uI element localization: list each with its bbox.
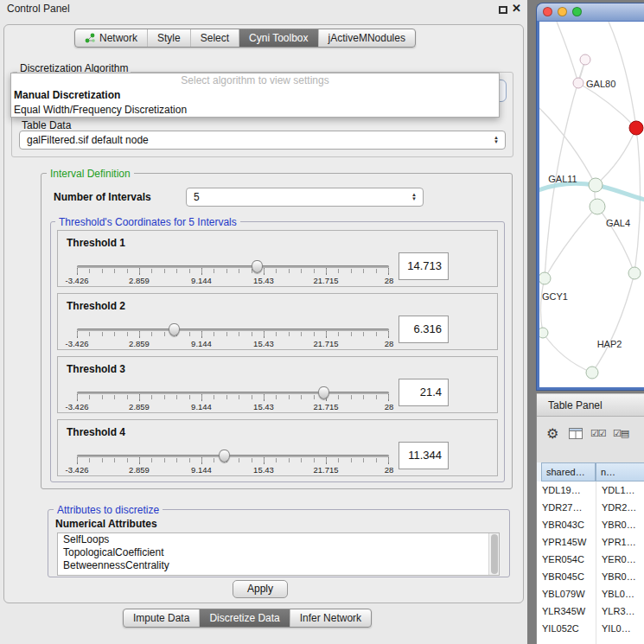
node[interactable] [589, 178, 603, 192]
slider-minor-ticks [77, 332, 390, 336]
node[interactable] [580, 54, 590, 65]
cell[interactable]: YER054C [537, 551, 596, 568]
table-row[interactable]: YDR27…YDR2… [537, 499, 644, 516]
scale-label: -3.426 [66, 276, 89, 285]
select-columns-icon[interactable]: ☑☑ [590, 428, 606, 439]
stepper-down-icon: ▼ [411, 197, 417, 201]
scale-label: 2.859 [129, 339, 150, 348]
tab-label: Select [201, 32, 229, 44]
threshold-1-slider[interactable]: -3.426 2.859 9.144 15.43 21.715 28 [77, 262, 389, 288]
list-item[interactable]: TopologicalCoefficient [58, 546, 499, 559]
scrollbar-thumb[interactable] [491, 534, 498, 574]
zoom-traffic-light-icon[interactable] [572, 7, 582, 16]
cell[interactable]: YIL0… [596, 620, 644, 637]
slider-handle[interactable] [219, 450, 230, 462]
threshold-3-value[interactable]: 21.4 [399, 379, 449, 406]
threshold-4-value[interactable]: 11.344 [399, 442, 449, 469]
number-of-intervals-combo[interactable]: 5 ▲ ▼ [186, 188, 424, 207]
table-row[interactable]: YIL052CYIL0… [537, 620, 644, 637]
scale-label: 9.144 [191, 276, 212, 285]
tab-style[interactable]: Style [147, 29, 190, 47]
numerical-attributes-list[interactable]: SelfLoops TopologicalCoefficient Between… [57, 532, 500, 576]
node[interactable] [573, 78, 583, 88]
table-row[interactable]: YBL079WYBL0… [537, 585, 644, 603]
network-window-titlebar[interactable] [537, 3, 644, 21]
close-traffic-light-icon[interactable] [543, 7, 552, 16]
cell[interactable]: YBR043C [537, 516, 596, 533]
cell[interactable]: YPR1… [596, 533, 644, 551]
threshold-3-slider[interactable]: -3.426 2.859 9.144 15.43 21.715 28 [77, 388, 389, 414]
node[interactable] [539, 328, 548, 338]
node[interactable] [590, 199, 605, 214]
dropdown-placeholder: Select algorithm to view settings [11, 73, 499, 88]
tab-label: Infer Network [300, 612, 361, 624]
scale-label: 21.715 [313, 402, 338, 411]
close-icon[interactable]: ✕ [512, 2, 521, 15]
cell[interactable]: YBR045C [537, 568, 596, 585]
table-row[interactable]: YPR145WYPR1… [537, 533, 644, 551]
cell[interactable]: YLR345W [537, 603, 596, 620]
scale-label: 2.859 [129, 402, 150, 411]
numerical-attributes-label: Numerical Attributes [55, 518, 157, 530]
table-row[interactable]: YLR345WYLR3… [537, 603, 644, 620]
vertical-scrollbar[interactable] [488, 533, 499, 575]
gear-icon[interactable]: ⚙ [546, 425, 558, 442]
cell[interactable]: YDL19… [537, 481, 596, 499]
scale-label: -3.426 [66, 402, 89, 411]
list-item[interactable]: BetweennessCentrality [58, 559, 499, 572]
table-body[interactable]: YDL19…YDL1… YDR27…YDR2… YBR043CYBR0… YPR… [537, 481, 644, 644]
cell[interactable]: YBL079W [537, 585, 596, 603]
network-canvas[interactable]: GAL80 GAL11 GAL4 GCY1 HAP2 [539, 22, 644, 387]
cell[interactable]: YBL0… [596, 585, 644, 603]
node[interactable] [539, 272, 551, 284]
tab-network[interactable]: Network [75, 29, 147, 47]
slider-scale: -3.426 2.859 9.144 15.43 21.715 28 [77, 402, 389, 412]
combo-stepper-icon[interactable]: ▲ ▼ [408, 193, 420, 201]
table-row[interactable]: YER054CYER0… [537, 551, 644, 568]
table-row[interactable]: YBR045CYBR0… [537, 568, 644, 585]
cell[interactable]: YDR2… [596, 499, 644, 516]
combo-stepper-icon[interactable]: ▲ ▼ [490, 136, 502, 144]
tab-select[interactable]: Select [190, 29, 239, 47]
column-header-name[interactable]: n… [596, 462, 644, 481]
cell[interactable]: YDL1… [596, 481, 644, 499]
tab-cyni-toolbox[interactable]: Cyni Toolbox [239, 29, 317, 47]
cell[interactable]: YIL052C [537, 620, 596, 637]
cell[interactable]: YPR145W [537, 533, 596, 551]
table-row[interactable]: YBR043CYBR0… [537, 516, 644, 533]
threshold-4-slider[interactable]: -3.426 2.859 9.144 15.43 21.715 28 [77, 451, 389, 477]
table-row[interactable]: YDL19…YDL1… [537, 481, 644, 499]
tab-infer-network[interactable]: Infer Network [290, 609, 371, 627]
table-panel-title: Table Panel [548, 399, 603, 411]
apply-button[interactable]: Apply [233, 580, 288, 598]
tab-jactivemnodules[interactable]: jActiveMNodules [318, 29, 415, 47]
table-data-combo[interactable]: galFiltered.sif default node ▲ ▼ [19, 131, 506, 150]
slider-minor-ticks [77, 395, 390, 399]
network-nodes[interactable] [539, 54, 643, 379]
tab-discretize-data[interactable]: Discretize Data [199, 609, 289, 627]
scale-label: 28 [385, 276, 394, 285]
threshold-2-value[interactable]: 6.316 [399, 316, 449, 343]
column-header-shared-name[interactable]: shared… [541, 462, 596, 481]
cell[interactable]: YBR0… [596, 568, 644, 585]
node[interactable] [586, 367, 598, 379]
scale-label: 9.144 [191, 402, 212, 411]
dropdown-option-manual-discretization[interactable]: Manual Discretization [11, 88, 499, 103]
slider-minor-ticks [77, 458, 390, 462]
selected-node[interactable] [629, 121, 643, 135]
cell[interactable]: YLR3… [596, 603, 644, 620]
columns-icon[interactable] [569, 428, 583, 439]
select-rows-icon[interactable]: ☑▤ [613, 428, 628, 439]
minimize-traffic-light-icon[interactable] [558, 7, 567, 16]
list-item[interactable]: SelfLoops [58, 533, 499, 546]
float-window-icon[interactable] [499, 6, 507, 14]
cell[interactable]: YER0… [596, 551, 644, 568]
threshold-1-value[interactable]: 14.713 [399, 252, 449, 280]
threshold-3-panel: Threshold 3 -3.426 2.859 9.144 15.43 21.… [57, 356, 498, 413]
tab-impute-data[interactable]: Impute Data [124, 609, 199, 627]
dropdown-option-equal-width[interactable]: Equal Width/Frequency Discretization [11, 103, 499, 118]
cell[interactable]: YBR0… [596, 516, 644, 533]
node[interactable] [628, 267, 641, 279]
threshold-2-slider[interactable]: -3.426 2.859 9.144 15.43 21.715 28 [77, 325, 389, 351]
cell[interactable]: YDR27… [537, 499, 596, 516]
